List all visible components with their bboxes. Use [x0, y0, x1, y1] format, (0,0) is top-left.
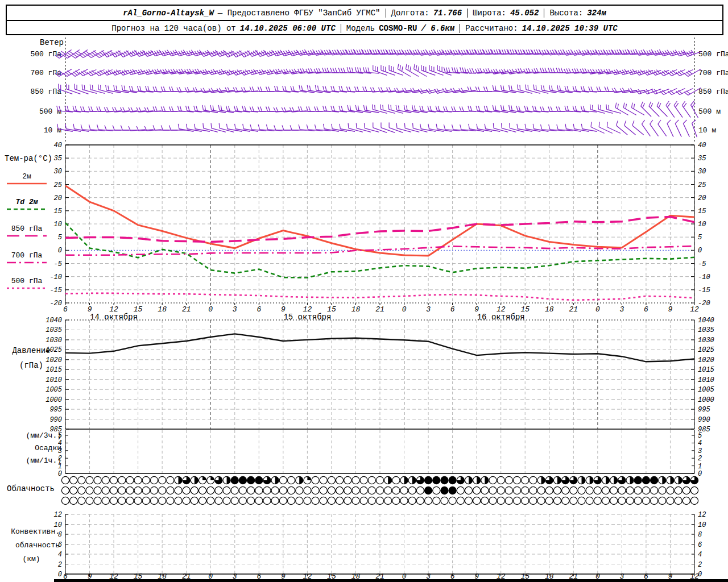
wind-panel-title: Ветер: [11, 39, 64, 47]
svg-text:-5: -5: [698, 260, 706, 268]
svg-text:18: 18: [545, 305, 554, 314]
altitude-value: 324м: [587, 9, 606, 18]
calc-label: Рассчитано:: [465, 24, 518, 33]
svg-text:990: 990: [49, 416, 62, 424]
svg-text:6: 6: [450, 305, 455, 314]
svg-text:21: 21: [375, 305, 384, 314]
svg-text:3: 3: [619, 305, 624, 314]
svg-text:10: 10: [698, 521, 706, 529]
precip-label-2: Осадки: [6, 444, 61, 452]
svg-text:1005: 1005: [698, 386, 714, 394]
svg-text:995: 995: [698, 406, 710, 414]
svg-text:1010: 1010: [46, 376, 62, 384]
cloud-row-2: [61, 487, 698, 494]
precip-label-1: (мм/3ч.): [6, 431, 61, 440]
svg-text:Td 2м: Td 2м: [15, 198, 38, 206]
svg-text:1040: 1040: [698, 317, 714, 325]
convective-label-3: (км): [3, 555, 60, 563]
svg-text:850 гПа: 850 гПа: [11, 225, 43, 233]
cloud-row-3: [61, 497, 698, 504]
svg-text:20: 20: [54, 194, 62, 202]
wind-barbs-500-гПа: [55, 49, 701, 59]
svg-text:6: 6: [644, 305, 648, 314]
wind-barbs-700-гПа: [55, 64, 701, 77]
svg-text:40: 40: [698, 142, 706, 149]
svg-text:10: 10: [698, 221, 706, 228]
separator: [341, 24, 341, 33]
separator: [467, 9, 468, 18]
svg-text:5: 5: [698, 432, 702, 440]
svg-text:25: 25: [54, 181, 62, 189]
svg-text:850 гПа: 850 гПа: [30, 88, 61, 96]
svg-text:500 гПа: 500 гПа: [30, 50, 61, 59]
svg-text:9: 9: [668, 305, 673, 314]
svg-text:1000: 1000: [46, 396, 62, 404]
svg-text:12: 12: [54, 511, 62, 519]
svg-text:4: 4: [698, 551, 702, 559]
pressure-panel: 1040104010351035103010301025102510201020…: [46, 317, 714, 434]
svg-text:500 м: 500 м: [698, 107, 721, 116]
svg-text:21: 21: [182, 305, 191, 314]
svg-text:500 м: 500 м: [39, 107, 61, 116]
svg-text:0: 0: [698, 470, 702, 478]
pressure-label-2: (гПа): [3, 361, 60, 370]
svg-text:10: 10: [54, 221, 62, 228]
header-box: rAl_Gorno-Altaysk_W — Предоставлено ФГБУ…: [6, 5, 723, 35]
svg-text:10 м: 10 м: [698, 126, 716, 135]
svg-text:15: 15: [698, 207, 706, 215]
wind-barbs-10-м: [57, 120, 697, 137]
temp-time-labels: 6912151821036912151821036912151821036912…: [63, 303, 699, 322]
svg-text:0: 0: [402, 305, 407, 314]
precip-label-3: (мм/1ч.): [6, 456, 61, 465]
calc-time: 14.10.2025 10:39 UTC: [522, 24, 618, 33]
chart-canvas: 500 гПа500 гПа700 гПа700 гПа850 гПа850 г…: [0, 0, 728, 582]
svg-text:1020: 1020: [698, 356, 714, 364]
svg-text:0: 0: [698, 247, 702, 255]
svg-text:1015: 1015: [698, 366, 714, 374]
svg-text:700 гПа: 700 гПа: [698, 69, 728, 77]
svg-text:25: 25: [698, 181, 706, 189]
svg-text:3: 3: [426, 305, 431, 314]
station-name: rAl_Gorno-Altaysk_W: [123, 9, 214, 18]
svg-text:21: 21: [569, 305, 578, 314]
svg-text:5: 5: [58, 234, 62, 242]
svg-text:-15: -15: [698, 286, 710, 294]
svg-text:6: 6: [698, 541, 702, 549]
svg-text:3: 3: [233, 305, 237, 314]
svg-text:4: 4: [698, 439, 702, 447]
svg-text:6: 6: [257, 305, 261, 314]
svg-text:20: 20: [698, 194, 706, 202]
svg-text:500 гПа: 500 гПа: [11, 277, 43, 285]
wind-barbs-500-м: [57, 101, 698, 118]
bottom-bar: [54, 579, 728, 582]
svg-text:14 октября: 14 октября: [90, 313, 138, 322]
svg-text:8: 8: [698, 531, 702, 539]
model-resolution: / 6.6км: [421, 24, 454, 33]
latitude-label: Широта:: [473, 9, 506, 18]
meteogram-page: 500 гПа500 гПа700 гПа700 гПа850 гПа850 г…: [0, 0, 728, 582]
temp-legend: 2мTd 2м850 гПа700 гПа500 гПа: [7, 172, 47, 288]
svg-text:1005: 1005: [46, 386, 62, 394]
svg-text:2: 2: [698, 455, 702, 463]
svg-text:1010: 1010: [698, 376, 714, 384]
svg-text:1025: 1025: [698, 346, 714, 354]
separator: [544, 9, 544, 18]
longitude-label: Долгота:: [391, 9, 429, 18]
svg-text:0: 0: [58, 571, 62, 579]
svg-text:0: 0: [595, 305, 600, 314]
svg-text:1000: 1000: [698, 396, 714, 404]
svg-text:10 м: 10 м: [44, 126, 61, 135]
svg-text:3: 3: [698, 447, 702, 455]
convective-label-1: Конвективн.: [3, 527, 60, 536]
forecast-label: Прогноз на 120 часа(ов) от: [111, 24, 235, 33]
temp-panel-title: Тем-ра(°C): [0, 155, 57, 163]
svg-text:35: 35: [698, 155, 706, 163]
svg-text:1030: 1030: [46, 336, 62, 344]
longitude-value: 71.766: [433, 9, 462, 18]
latitude-value: 45.052: [510, 9, 539, 18]
separator: [460, 24, 460, 33]
model-name: COSMO-RU: [379, 24, 417, 33]
svg-text:12: 12: [690, 305, 699, 314]
svg-text:0: 0: [58, 470, 62, 478]
provider-text: — Предоставлено ФГБУ "ЗапСиб УГМС": [218, 9, 380, 18]
